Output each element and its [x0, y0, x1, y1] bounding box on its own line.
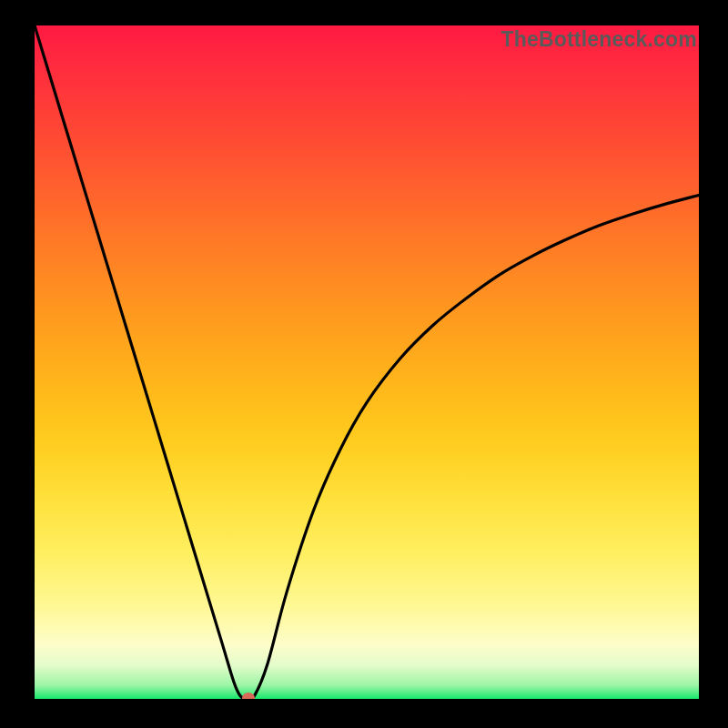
chart-frame: TheBottleneck.com — [0, 0, 728, 728]
watermark-text: TheBottleneck.com — [500, 27, 697, 52]
bottleneck-curve — [35, 25, 699, 699]
minimum-marker — [242, 693, 255, 699]
plot-area — [35, 25, 699, 699]
